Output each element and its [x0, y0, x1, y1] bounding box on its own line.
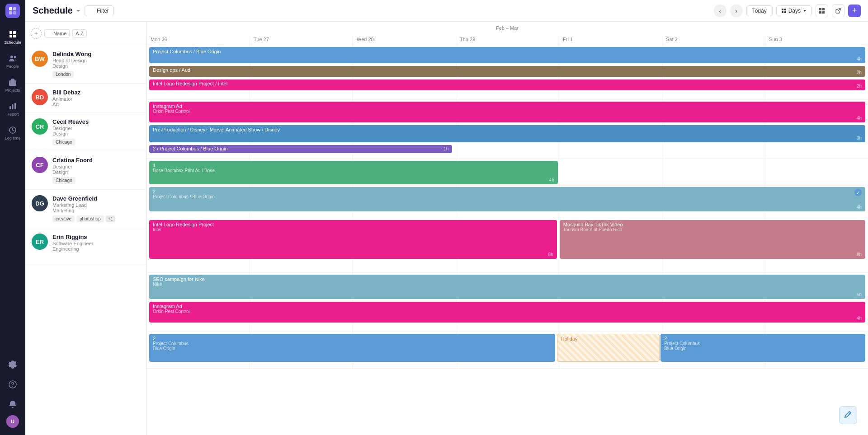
schedule-body: + Name A-Z BW Belinda Wong Head of Desig… — [25, 22, 868, 435]
task-hours: 3h — [857, 136, 862, 140]
header: Schedule Filter ‹ › Today Days + — [25, 0, 868, 22]
task-hours: 4h — [857, 205, 862, 210]
task-bar-belinda-2[interactable]: Design ops / Audi 2h — [149, 66, 865, 77]
task-sub2: Blue Origin — [664, 346, 862, 351]
task-bar-bill-1[interactable]: Instagram Ad Orkin Pest Control 4h — [149, 102, 865, 122]
person-dept-belinda: Design — [52, 63, 140, 69]
add-button[interactable]: + — [848, 5, 861, 17]
day-header-5: Sat 2 — [662, 37, 765, 45]
person-row-belinda[interactable]: BW Belinda Wong Head of Design Design Lo… — [25, 45, 146, 84]
sidebar-item-people[interactable]: People — [0, 49, 25, 73]
task-bar-cristina-1[interactable]: Intel Logo Redesign Project Intel 8h — [149, 220, 557, 259]
person-row-dave[interactable]: DG Dave Greenfield Marketing Lead Market… — [25, 190, 146, 228]
tag-chicago-cecil: Chicago — [52, 139, 75, 145]
task-hours: 4h — [857, 56, 862, 61]
task-title: 2 / Project Columbus / Blue Origin — [153, 146, 448, 151]
task-title: Intel Logo Redesign Project — [153, 222, 553, 227]
svg-rect-12 — [12, 104, 14, 109]
day-header-4: Fri 1 — [559, 37, 662, 45]
schedule-row-belinda: Project Columbus / Blue Origin 4h Design… — [146, 45, 868, 100]
sidebar-item-projects[interactable]: Projects — [0, 73, 25, 97]
today-button[interactable]: Today — [746, 5, 773, 16]
task-bar-erin-holiday[interactable]: Holiday — [557, 334, 660, 362]
person-row-bill[interactable]: BD Bill Debaz Animator Art — [25, 84, 146, 113]
days-button[interactable]: Days — [776, 5, 812, 16]
sidebar-item-report[interactable]: Report — [0, 97, 25, 121]
add-person-button[interactable]: + — [31, 28, 42, 39]
task-sub: Tourism Board of Puerto Rico — [563, 227, 862, 232]
tag-chicago-cristina: Chicago — [52, 177, 75, 184]
task-sub: Project Columbus / Blue Origin — [153, 194, 862, 199]
svg-rect-3 — [13, 11, 16, 14]
schedule-row-cecil: 1 Bose Boombox Print Ad / Bose 4h 2 Proj… — [146, 159, 868, 218]
day-header-3: Thu 29 — [456, 37, 559, 45]
task-sub: Project Columbus — [153, 341, 552, 346]
person-role-erin: Software Engineer — [52, 241, 140, 246]
days-label: Days — [788, 8, 801, 14]
person-info-bill: Bill Debaz Animator Art — [52, 89, 140, 107]
sort-az-button[interactable]: A-Z — [72, 29, 87, 37]
sort-label: Name — [53, 31, 66, 36]
person-role-dave: Marketing Lead — [52, 202, 140, 208]
task-bar-cecil-2[interactable]: 2 Project Columbus / Blue Origin 4h ✓ — [149, 187, 865, 211]
next-button[interactable]: › — [730, 5, 743, 17]
filter-label: Filter — [97, 8, 109, 14]
page-title: Schedule — [33, 5, 81, 16]
sidebar-item-help[interactable] — [6, 375, 19, 393]
person-row-erin[interactable]: ER Erin Riggins Software Engineer Engine… — [25, 228, 146, 264]
task-bar-cecil-1[interactable]: 1 Bose Boombox Print Ad / Bose 4h — [149, 161, 558, 184]
task-title: Design ops / Audi — [153, 67, 862, 73]
main-content: Schedule Filter ‹ › Today Days + + — [25, 0, 868, 435]
task-bar-dave-2[interactable]: Instagram Ad Orkin Pest Control 4h — [149, 302, 865, 323]
svg-rect-10 — [9, 80, 16, 86]
task-bar-erin-2[interactable]: 2 Project Columbus Blue Origin — [660, 334, 865, 362]
person-info-belinda: Belinda Wong Head of Design Design Londo… — [52, 51, 140, 78]
person-name-bill: Bill Debaz — [52, 89, 140, 96]
prev-button[interactable]: ‹ — [714, 5, 726, 17]
task-title: Instagram Ad — [153, 304, 862, 309]
avatar-belinda: BW — [32, 51, 48, 67]
task-sub: Nike — [153, 282, 862, 287]
sort-name-button[interactable]: Name — [44, 29, 70, 37]
sidebar: Schedule People Projects Report Log time… — [0, 0, 25, 435]
sidebar-item-notifications[interactable] — [6, 395, 19, 413]
person-row-cecil[interactable]: CR Cecil Reaves Designer Design Chicago — [25, 113, 146, 151]
person-dept-erin: Engineering — [52, 246, 140, 252]
task-hours: 2h — [857, 84, 862, 89]
task-bar-cristina-2[interactable]: Mosquito Bay TikTok Video Tourism Board … — [560, 220, 865, 259]
task-bar-bill-2[interactable]: Pre-Production / Disney+ Marvel Animated… — [149, 125, 865, 142]
person-dept-dave: Marketing — [52, 208, 140, 213]
user-avatar[interactable]: U — [6, 415, 19, 428]
svg-rect-5 — [13, 31, 16, 34]
sidebar-item-schedule[interactable]: Schedule — [0, 25, 25, 49]
task-title: Project Columbus / Blue Origin — [153, 49, 862, 54]
person-role-bill: Animator — [52, 96, 140, 102]
sidebar-item-logtime[interactable]: Log time — [0, 121, 25, 145]
person-tags-dave: creative photoshop +1 — [52, 215, 140, 222]
external-link-button[interactable] — [832, 5, 844, 17]
task-title: Mosquito Bay TikTok Video — [563, 222, 862, 227]
task-title: 2 — [153, 336, 552, 341]
tag-creative: creative — [52, 215, 75, 222]
person-dept-cecil: Design — [52, 131, 140, 136]
svg-rect-17 — [782, 9, 783, 10]
tag-plus: +1 — [106, 215, 115, 222]
task-bar-bill-3[interactable]: 2 / Project Columbus / Blue Origin 1h — [149, 145, 452, 153]
svg-rect-19 — [782, 11, 783, 13]
task-bar-belinda-3[interactable]: Intel Logo Redesign Project / Intel 2h — [149, 80, 865, 90]
check-icon: ✓ — [854, 189, 862, 196]
sidebar-item-settings[interactable] — [6, 355, 19, 374]
app-logo[interactable] — [5, 4, 20, 18]
task-bar-dave-1[interactable]: SEO campaign for Nike Nike 5h — [149, 275, 865, 299]
person-tags-cristina: Chicago — [52, 177, 140, 184]
person-row-cristina[interactable]: CF Cristina Foord Designer Design Chicag… — [25, 151, 146, 190]
floating-action-button[interactable] — [839, 406, 857, 424]
svg-rect-13 — [14, 103, 16, 109]
view-toggle-button[interactable] — [816, 5, 828, 17]
people-col-header: + Name A-Z — [25, 22, 146, 45]
task-bar-erin-1[interactable]: 2 Project Columbus Blue Origin — [149, 334, 555, 362]
people-column: + Name A-Z BW Belinda Wong Head of Desig… — [25, 22, 146, 435]
filter-button[interactable]: Filter — [85, 5, 114, 16]
task-bar-belinda-1[interactable]: Project Columbus / Blue Origin 4h — [149, 47, 865, 63]
person-name-cecil: Cecil Reaves — [52, 118, 140, 125]
